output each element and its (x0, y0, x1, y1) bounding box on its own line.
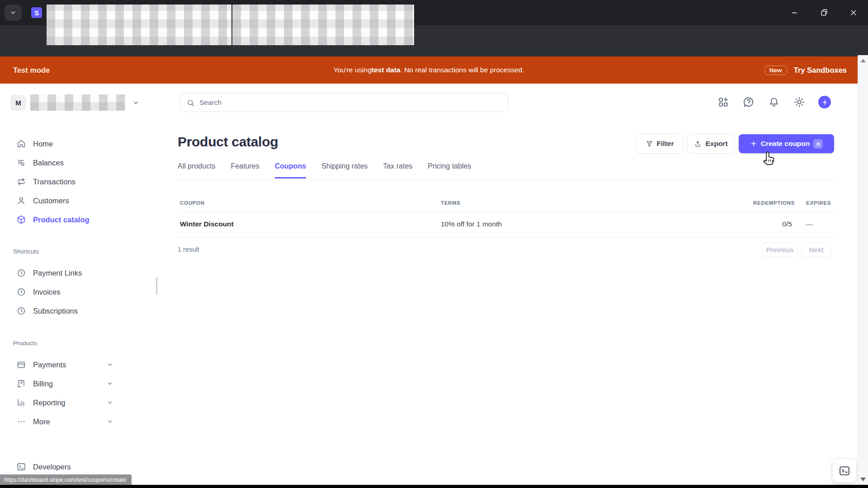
developers-terminal-icon (16, 462, 26, 472)
sidebar-section-products: Products (13, 340, 37, 347)
page-title: Product catalog (178, 134, 278, 150)
filter-label: Filter (657, 140, 674, 148)
keyboard-shortcut-badge: n (813, 139, 823, 149)
window-restore-button[interactable] (818, 6, 830, 19)
test-mode-banner: Test mode You're using test data. No rea… (0, 56, 858, 84)
sidebar-item-invoices[interactable]: Invoices (0, 282, 153, 301)
notifications-button[interactable] (768, 96, 780, 108)
stripe-favicon: S (31, 7, 42, 18)
tab-all-products[interactable]: All products (178, 162, 216, 178)
close-icon (849, 8, 858, 17)
sidebar-item-product-catalog[interactable]: Product catalog (0, 210, 153, 229)
quick-create-button[interactable] (818, 96, 831, 108)
tab-tax-rates[interactable]: Tax rates (383, 162, 412, 178)
sidebar-item-customers[interactable]: Customers (0, 191, 153, 210)
column-header-redemptions: REDEMPTIONS (753, 200, 795, 206)
table-header: COUPON TERMS REDEMPTIONS EXPIRES (178, 197, 834, 211)
result-count: 1 result (178, 246, 199, 253)
browser-tab-redacted-1[interactable] (47, 5, 231, 45)
sidebar-item-balances[interactable]: Balances (0, 153, 153, 172)
export-icon (694, 140, 702, 148)
scroll-up-arrow-icon[interactable] (860, 59, 866, 62)
sidebar-item-payments[interactable]: Payments (0, 355, 153, 374)
tab-search-caret-button[interactable] (5, 5, 22, 21)
settings-button[interactable] (793, 96, 805, 108)
tab-coupons[interactable]: Coupons (275, 162, 306, 178)
sidebar-item-label: Customers (33, 197, 69, 205)
search-input[interactable] (199, 99, 501, 107)
table-row[interactable]: Winter Discount 10% off for 1 month 0/5 … (178, 211, 834, 238)
tab-pricing-tables[interactable]: Pricing tables (428, 162, 471, 178)
next-page-button[interactable]: Next (802, 243, 831, 257)
product-catalog-icon (16, 215, 26, 225)
message-suffix: . No real transactions will be processed… (401, 66, 524, 74)
catalog-tabs: All products Features Coupons Shipping r… (178, 162, 471, 178)
previous-page-button[interactable]: Previous (762, 243, 797, 257)
page-scrollbar[interactable] (858, 55, 868, 485)
tab-shipping-rates[interactable]: Shipping rates (321, 162, 368, 178)
ellipsis-icon (16, 417, 26, 427)
bottom-edge (0, 485, 868, 488)
sidebar-resize-handle[interactable] (156, 277, 157, 295)
sidebar: M Home Balances Transactions Customers (0, 84, 153, 485)
export-button[interactable]: Export (688, 134, 734, 153)
browser-status-url: https://dashboard.stripe.com/test/coupon… (0, 474, 132, 485)
scroll-down-arrow-icon[interactable] (860, 478, 866, 481)
browser-chrome: Incognito S (0, 0, 868, 56)
sidebar-item-transactions[interactable]: Transactions (0, 172, 153, 191)
column-header-terms: TERMS (441, 200, 461, 206)
transactions-icon (16, 177, 26, 187)
chevron-down-icon (107, 399, 113, 406)
filter-button[interactable]: Filter (637, 134, 683, 153)
developer-console-button[interactable] (833, 459, 856, 483)
plus-icon (821, 99, 828, 106)
balances-icon (16, 158, 26, 168)
sidebar-item-label: Subscriptions (33, 307, 78, 315)
export-label: Export (705, 140, 727, 148)
coupon-name-cell[interactable]: Winter Discount (180, 220, 234, 228)
bell-icon (768, 96, 780, 108)
sidebar-item-home[interactable]: Home (0, 134, 153, 153)
sidebar-item-label: Reporting (33, 399, 66, 407)
help-icon (743, 96, 755, 108)
sidebar-item-label: Developers (33, 463, 71, 471)
sidebar-item-reporting[interactable]: Reporting (0, 393, 153, 412)
sidebar-item-label: Home (33, 140, 53, 148)
sidebar-item-label: Invoices (33, 288, 61, 296)
sidebar-item-developers[interactable]: Developers (0, 457, 153, 476)
help-button[interactable] (742, 96, 755, 108)
create-coupon-label: Create coupon (761, 140, 810, 148)
clock-icon (16, 268, 26, 278)
payments-icon (16, 360, 26, 370)
account-avatar: M (11, 95, 26, 110)
plus-icon (750, 140, 757, 147)
window-minimize-button[interactable] (788, 6, 801, 19)
sidebar-item-billing[interactable]: Billing (0, 374, 153, 393)
message-bold: test data (372, 66, 401, 74)
billing-icon (16, 379, 26, 389)
window-close-button[interactable] (847, 6, 860, 19)
customers-icon (16, 196, 26, 206)
search-bar[interactable] (180, 93, 508, 112)
search-icon (187, 99, 194, 107)
chevron-down-icon (132, 99, 139, 106)
terminal-icon (838, 465, 851, 477)
coupon-expires-cell: — (806, 220, 813, 228)
create-coupon-button[interactable]: Create coupon n (739, 134, 834, 153)
gear-icon (793, 96, 805, 108)
try-sandboxes-link[interactable]: Try Sandboxes (794, 66, 847, 75)
sidebar-item-subscriptions[interactable]: Subscriptions (0, 301, 153, 320)
sidebar-item-payment-links[interactable]: Payment Links (0, 263, 153, 282)
reporting-icon (16, 398, 26, 408)
account-switcher[interactable]: M (11, 94, 139, 111)
apps-button[interactable] (717, 96, 729, 108)
minimize-icon (789, 8, 799, 18)
tab-features[interactable]: Features (231, 162, 259, 178)
browser-tab-redacted-2[interactable] (232, 5, 414, 45)
account-name-redacted (30, 94, 125, 111)
home-icon (16, 139, 26, 149)
sidebar-item-more[interactable]: More (0, 412, 153, 431)
sidebar-item-label: Balances (33, 159, 64, 167)
column-header-expires: EXPIRES (806, 200, 831, 206)
sidebar-item-label: Payments (33, 361, 66, 369)
